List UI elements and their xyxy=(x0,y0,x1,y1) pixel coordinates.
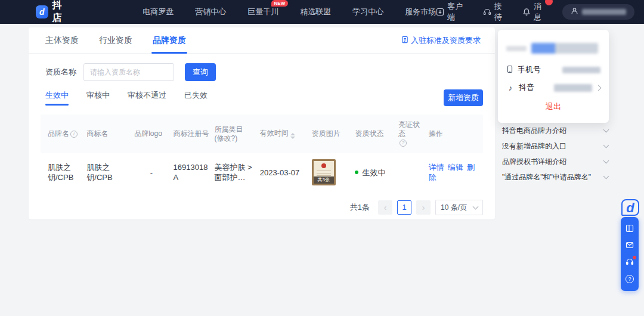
table-row: 肌肤之钥/CPB 肌肤之钥/CPB - 16913018A 美容护肤 > 面部护… xyxy=(41,153,483,191)
col-brand-logo: 品牌logo xyxy=(132,129,171,138)
page-size-select[interactable]: 10 条/页 xyxy=(435,200,483,215)
cell-operations: 详情编辑删除 xyxy=(426,162,478,182)
prev-page-button[interactable]: ‹ xyxy=(378,200,392,215)
account-name-redacted xyxy=(531,43,598,54)
panel-icon xyxy=(626,224,634,234)
chevron-down-icon xyxy=(473,204,479,210)
user-name-redacted xyxy=(582,9,626,15)
account-type-redacted xyxy=(506,46,527,51)
cell-category: 美容护肤 > 面部护… xyxy=(212,162,257,182)
floating-toolbar: ? xyxy=(621,217,639,291)
detail-link[interactable]: 详情 xyxy=(429,163,444,172)
top-navbar: d 抖店 电商罗盘 营销中心 巨量千川 NEW 精选联盟 学习中心 服务市场 客… xyxy=(0,0,644,24)
doudian-float-logo[interactable]: d xyxy=(621,199,639,216)
edit-link[interactable]: 编辑 xyxy=(448,163,463,172)
phone-icon xyxy=(506,65,513,75)
chevron-down-icon xyxy=(603,174,609,179)
col-valid-time: 有效时间 xyxy=(258,129,309,139)
sort-icon[interactable] xyxy=(290,133,295,139)
status-tab-expired[interactable]: 已失效 xyxy=(184,90,208,106)
certificate-count-badge: 共3张 xyxy=(314,176,334,184)
cell-status: 生效中 xyxy=(352,168,396,178)
search-button[interactable]: 查询 xyxy=(185,63,216,81)
chevron-down-icon xyxy=(603,127,609,133)
brand-logo[interactable]: d 抖店 xyxy=(36,0,71,24)
bell-icon xyxy=(522,8,531,16)
status-tab-active[interactable]: 生效中 xyxy=(45,90,69,106)
page-1-button[interactable]: 1 xyxy=(397,200,411,215)
status-tab-reviewing[interactable]: 审核中 xyxy=(86,90,110,106)
help-icon[interactable]: ? xyxy=(400,140,407,147)
cell-brand-name: 肌肤之钥/CPB xyxy=(45,162,84,182)
phone-label: 手机号 xyxy=(518,64,541,75)
faq-list: 抖音电商品牌力介绍 没有新增品牌的入口 品牌授权书详细介绍 "通过品牌名"和"申… xyxy=(502,123,608,185)
chevron-right-icon[interactable] xyxy=(596,85,602,91)
cell-trademark-name: 肌肤之钥/CPB xyxy=(84,162,132,182)
col-operations: 操作 xyxy=(426,129,478,138)
next-page-button[interactable]: › xyxy=(416,200,431,215)
nav-item-learning[interactable]: 学习中心 xyxy=(352,7,383,17)
douyin-label: 抖音 xyxy=(519,82,534,93)
nav-item-qianchuan[interactable]: 巨量千川 NEW xyxy=(247,7,278,17)
nav-item-alliance[interactable]: 精选联盟 xyxy=(300,7,331,17)
col-trademark-name: 商标名 xyxy=(84,129,132,138)
question-icon: ? xyxy=(626,275,634,283)
workbench-button[interactable] xyxy=(621,221,639,237)
user-icon xyxy=(571,7,578,17)
tab-brand-qualification[interactable]: 品牌资质 xyxy=(153,27,186,54)
qualification-panel: 主体资质 行业资质 品牌资质 入驻标准及资质要求 资质名称 查询 生效中 审核中… xyxy=(29,27,495,219)
status-tab-rejected[interactable]: 审核不通过 xyxy=(128,90,166,106)
tab-subject-qualification[interactable]: 主体资质 xyxy=(45,27,79,54)
help-button[interactable]: ? xyxy=(621,271,639,287)
faq-item-authorization[interactable]: 品牌授权书详细介绍 xyxy=(502,154,608,169)
user-account-menu[interactable] xyxy=(562,4,634,20)
client-download-button[interactable]: 客户端 xyxy=(436,1,467,23)
brand-qualification-table: 品牌名i 商标名 品牌logo 商标注册号 所属类目(修改?) 有效时间 资质图… xyxy=(41,114,483,191)
nav-item-services[interactable]: 服务市场 xyxy=(405,7,436,17)
logout-button[interactable]: 退出 xyxy=(506,101,600,112)
col-display-status: 亮证状态? xyxy=(396,120,426,147)
status-tabs: 生效中 审核中 审核不通过 已失效 xyxy=(45,90,208,106)
col-category: 所属类目(修改?) xyxy=(212,125,257,143)
cell-cert-image: 共3张 xyxy=(309,159,353,185)
message-count-badge xyxy=(545,0,553,5)
status-dot xyxy=(355,171,358,174)
douyin-icon: ♪ xyxy=(506,83,515,92)
document-icon xyxy=(401,36,408,45)
phone-value-redacted xyxy=(562,67,600,73)
add-qualification-button[interactable]: 新增资质 xyxy=(444,89,483,106)
notification-dot xyxy=(633,256,636,259)
faq-item-apply-brand-name[interactable]: "通过品牌名"和"申请品牌名" xyxy=(502,169,608,185)
qualification-name-label: 资质名称 xyxy=(45,67,76,78)
customer-service-button[interactable] xyxy=(621,254,639,271)
total-count: 共1条 xyxy=(350,202,370,213)
info-icon[interactable]: i xyxy=(70,131,78,138)
new-badge: NEW xyxy=(271,0,289,7)
col-reg-no: 商标注册号 xyxy=(171,129,212,138)
cell-valid-time: 2023-03-07 xyxy=(258,168,309,178)
cell-brand-logo: - xyxy=(132,168,171,178)
qualification-name-input[interactable] xyxy=(83,63,174,81)
nav-menu: 电商罗盘 营销中心 巨量千川 NEW 精选联盟 学习中心 服务市场 xyxy=(143,7,436,17)
col-status: 资质状态 xyxy=(352,129,396,138)
brand-name: 抖店 xyxy=(52,0,72,24)
nav-item-compass[interactable]: 电商罗盘 xyxy=(143,7,174,17)
tab-industry-qualification[interactable]: 行业资质 xyxy=(99,27,132,54)
doudian-logo-icon: d xyxy=(36,5,48,18)
standards-requirements-link[interactable]: 入驻标准及资质要求 xyxy=(401,35,481,46)
mail-icon xyxy=(626,241,634,250)
nav-item-marketing[interactable]: 营销中心 xyxy=(195,7,226,17)
account-dropdown-panel: 手机号 ♪ 抖音 退出 xyxy=(498,30,609,123)
messages-button[interactable]: 消息 xyxy=(522,1,547,23)
headset-icon xyxy=(483,8,491,16)
chevron-down-icon xyxy=(603,158,609,164)
certificate-thumbnail[interactable]: 共3张 xyxy=(312,159,336,185)
reception-button[interactable]: 接待 xyxy=(483,1,507,23)
faq-item-no-entry[interactable]: 没有新增品牌的入口 xyxy=(502,138,608,154)
messages-float-button[interactable] xyxy=(621,237,639,254)
faq-item-brand-power[interactable]: 抖音电商品牌力介绍 xyxy=(502,123,608,138)
chevron-down-icon xyxy=(603,142,609,148)
douyin-value-redacted xyxy=(554,84,592,92)
table-header: 品牌名i 商标名 品牌logo 商标注册号 所属类目(修改?) 有效时间 资质图… xyxy=(41,114,483,153)
col-brand-name: 品牌名i xyxy=(45,129,84,138)
